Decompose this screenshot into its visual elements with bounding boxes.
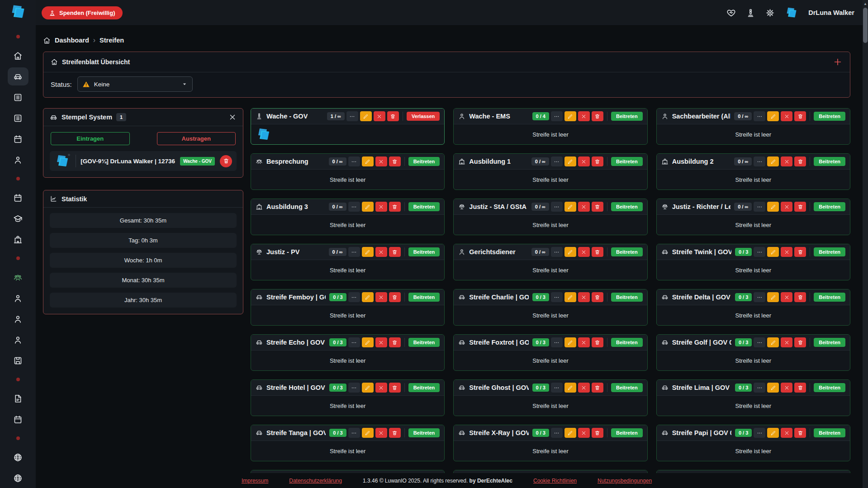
join-button[interactable]: Beitreten — [814, 202, 845, 211]
delete-trash-button[interactable] — [592, 337, 603, 347]
leave-button[interactable]: Verlassen — [407, 112, 440, 121]
clear-x-button[interactable] — [578, 202, 590, 212]
clear-x-button[interactable] — [578, 383, 590, 393]
delete-trash-button[interactable] — [794, 383, 806, 393]
more-options-button[interactable] — [754, 337, 765, 347]
breadcrumb-dashboard[interactable]: Dashboard — [55, 37, 89, 44]
edit-pencil-button[interactable] — [767, 428, 779, 438]
delete-trash-button[interactable] — [794, 202, 806, 212]
add-plus-icon[interactable] — [833, 57, 843, 67]
scrollbar-up-arrow[interactable]: ▲ — [863, 0, 868, 7]
more-options-button[interactable] — [551, 202, 563, 212]
delete-trash-button[interactable] — [389, 156, 401, 166]
edit-pencil-button[interactable] — [767, 247, 779, 257]
edit-pencil-button[interactable] — [767, 337, 779, 347]
more-options-button[interactable] — [754, 383, 765, 393]
delete-trash-button[interactable] — [592, 292, 603, 302]
delete-trash-button[interactable] — [592, 156, 603, 166]
join-button[interactable]: Beitreten — [611, 202, 643, 211]
join-button[interactable]: Beitreten — [814, 383, 845, 392]
more-options-button[interactable] — [551, 111, 563, 121]
clear-x-button[interactable] — [375, 247, 387, 257]
member-patrol-badge[interactable]: Wache - GOV — [180, 157, 215, 166]
nav-person-1-person-icon[interactable] — [8, 151, 28, 169]
more-options-button[interactable] — [348, 202, 360, 212]
more-options-button[interactable] — [348, 428, 360, 438]
more-options-button[interactable] — [551, 428, 563, 438]
more-options-button[interactable] — [551, 383, 563, 393]
edit-pencil-button[interactable] — [362, 428, 374, 438]
edit-pencil-button[interactable] — [564, 156, 576, 166]
more-options-button[interactable] — [551, 247, 563, 257]
more-options-button[interactable] — [551, 337, 563, 347]
nav-person-3-person-icon[interactable] — [8, 310, 28, 328]
clear-x-button[interactable] — [375, 428, 387, 438]
clear-x-button[interactable] — [374, 111, 385, 121]
clear-x-button[interactable] — [781, 292, 792, 302]
edit-pencil-button[interactable] — [564, 428, 576, 438]
join-button[interactable]: Beitreten — [814, 338, 845, 347]
join-button[interactable]: Beitreten — [408, 247, 440, 256]
more-options-button[interactable] — [754, 202, 765, 212]
clear-x-button[interactable] — [781, 337, 792, 347]
statue-icon[interactable] — [746, 8, 755, 18]
edit-pencil-button[interactable] — [362, 292, 374, 302]
nav-globe-2-globe-icon[interactable] — [8, 469, 28, 487]
delete-trash-button[interactable] — [389, 337, 401, 347]
delete-trash-button[interactable] — [387, 111, 399, 121]
join-button[interactable]: Beitreten — [408, 383, 440, 392]
edit-pencil-button[interactable] — [767, 383, 779, 393]
join-button[interactable]: Beitreten — [611, 157, 643, 166]
clear-x-button[interactable] — [781, 428, 792, 438]
more-options-button[interactable] — [348, 292, 360, 302]
clear-x-button[interactable] — [781, 247, 792, 257]
status-select[interactable]: Keine — [77, 76, 193, 92]
delete-trash-button[interactable] — [592, 111, 603, 121]
delete-trash-button[interactable] — [389, 202, 401, 212]
edit-pencil-button[interactable] — [564, 111, 576, 121]
nav-list-2-list-icon[interactable] — [8, 109, 28, 127]
donate-button[interactable]: Spenden (Freiwillig) — [42, 6, 123, 19]
nav-school-school-icon[interactable] — [8, 230, 28, 248]
nav-calendar-1-calendar-icon[interactable] — [8, 130, 28, 148]
clear-x-button[interactable] — [375, 202, 387, 212]
member-avatar[interactable] — [256, 127, 272, 142]
nav-graduation-grad-icon[interactable] — [8, 209, 28, 227]
edit-pencil-button[interactable] — [362, 156, 374, 166]
austragen-button[interactable]: Austragen — [157, 132, 236, 145]
user-avatar[interactable] — [785, 6, 798, 19]
delete-trash-button[interactable] — [389, 428, 401, 438]
delete-trash-button[interactable] — [794, 111, 806, 121]
clear-x-button[interactable] — [375, 292, 387, 302]
delete-trash-button[interactable] — [592, 428, 603, 438]
nav-calendar-3-calendar-icon[interactable] — [8, 410, 28, 428]
clear-x-button[interactable] — [578, 156, 590, 166]
clear-x-button[interactable] — [781, 111, 792, 121]
clear-x-button[interactable] — [781, 156, 792, 166]
clear-x-button[interactable] — [375, 383, 387, 393]
join-button[interactable]: Beitreten — [408, 428, 440, 437]
clear-x-button[interactable] — [375, 337, 387, 347]
edit-pencil-button[interactable] — [362, 383, 374, 393]
join-button[interactable]: Beitreten — [814, 157, 845, 166]
footer-link[interactable]: Impressum — [242, 478, 268, 484]
nav-list-1-list-icon[interactable] — [8, 88, 28, 106]
join-button[interactable]: Beitreten — [408, 338, 440, 347]
join-button[interactable]: Beitreten — [611, 112, 643, 121]
clear-x-button[interactable] — [578, 428, 590, 438]
clear-x-button[interactable] — [578, 337, 590, 347]
more-options-button[interactable] — [348, 337, 360, 347]
footer-link[interactable]: Nutzungsbedingungen — [598, 478, 652, 484]
join-button[interactable]: Beitreten — [408, 293, 440, 302]
join-button[interactable]: Beitreten — [611, 338, 643, 347]
edit-pencil-button[interactable] — [564, 383, 576, 393]
more-options-button[interactable] — [754, 292, 765, 302]
more-options-button[interactable] — [348, 247, 360, 257]
nav-document-doc-icon[interactable] — [8, 389, 28, 407]
member-trash-button[interactable] — [220, 155, 232, 167]
join-button[interactable]: Beitreten — [814, 247, 845, 256]
more-options-button[interactable] — [754, 247, 765, 257]
close-icon[interactable] — [228, 113, 237, 121]
join-button[interactable]: Beitreten — [814, 428, 845, 437]
clear-x-button[interactable] — [578, 111, 590, 121]
